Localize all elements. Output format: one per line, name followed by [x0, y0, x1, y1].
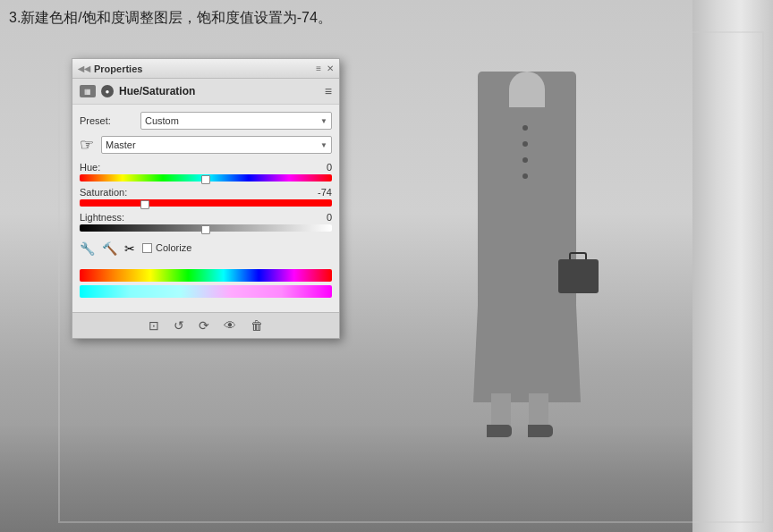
panel-close-icon[interactable]: ✕	[327, 63, 334, 73]
saturation-section: Saturation: -74	[80, 187, 332, 207]
properties-panel: ◀◀ Properties ≡ ✕ ▦ ● Hue/Saturation ≡ P…	[72, 58, 340, 339]
colorize-checkbox[interactable]	[142, 243, 152, 253]
clip-to-layer-icon[interactable]: ⊡	[149, 318, 159, 333]
preset-label: Preset:	[80, 115, 140, 126]
preset-value: Custom	[145, 115, 179, 126]
hue-section: Hue: 0	[80, 162, 332, 182]
hand-tool-icon[interactable]: ☞	[80, 135, 94, 155]
saturation-label: Saturation:	[80, 187, 127, 198]
colorize-label: Colorize	[156, 242, 191, 253]
lightness-label: Lightness:	[80, 212, 124, 223]
panel-titlebar: ◀◀ Properties ≡ ✕	[72, 59, 339, 79]
saturation-slider-thumb[interactable]	[140, 200, 149, 209]
previous-state-icon[interactable]: ↺	[174, 318, 184, 333]
hue-slider-thumb[interactable]	[201, 175, 210, 184]
channel-value: Master	[106, 139, 136, 150]
panel-header: ▦ ● Hue/Saturation ≡	[72, 79, 339, 105]
right-pillar	[692, 0, 773, 532]
instruction-text: 3.新建色相/饱和度调整图层，饱和度值设置为-74。	[9, 9, 332, 28]
circle-icon: ●	[101, 85, 114, 97]
eyedropper-sample-icon[interactable]: 🔧	[80, 241, 95, 256]
channel-dropdown[interactable]: Master ▼	[101, 136, 332, 154]
saturation-value: -74	[318, 187, 332, 198]
panel-footer: ⊡ ↺ ⟳ 👁 🗑	[72, 312, 339, 338]
lightness-header: Lightness: 0	[80, 212, 332, 223]
visibility-icon[interactable]: 👁	[224, 318, 236, 333]
briefcase	[558, 259, 599, 293]
eyedropper-row: 🔧 🔨 ✂ Colorize	[80, 237, 332, 260]
lightness-slider-thumb[interactable]	[201, 225, 210, 234]
preset-row: Preset: Custom ▼	[80, 112, 332, 130]
panel-menu-icon[interactable]: ≡	[316, 63, 321, 73]
adjustment-layer-icon: ▦	[80, 85, 96, 97]
delete-icon[interactable]: 🗑	[251, 318, 263, 333]
lightness-value: 0	[327, 212, 332, 223]
panel-title: Properties	[94, 63, 142, 74]
lightness-slider-track[interactable]	[80, 224, 332, 232]
titlebar-left: ◀◀ Properties	[78, 63, 142, 74]
suit-buttons	[522, 125, 531, 215]
channel-row: ☞ Master ▼	[80, 135, 332, 155]
briefcase-handle	[569, 252, 587, 259]
colorize-row: Colorize	[142, 242, 191, 253]
eyedropper-add-icon[interactable]: 🔨	[102, 241, 117, 256]
eyedropper-subtract-icon[interactable]: ✂	[124, 241, 135, 256]
panel-options-icon[interactable]: ≡	[325, 84, 332, 98]
saturation-slider-track[interactable]	[80, 199, 332, 207]
rainbow-color-bar	[80, 269, 332, 282]
preset-dropdown[interactable]: Custom ▼	[140, 112, 332, 130]
hue-slider-track[interactable]	[80, 174, 332, 182]
hue-value: 0	[327, 162, 332, 173]
collapse-icon[interactable]: ◀◀	[78, 64, 90, 73]
lightness-section: Lightness: 0	[80, 212, 332, 232]
hue-header: Hue: 0	[80, 162, 332, 173]
preset-dropdown-arrow: ▼	[320, 117, 327, 125]
titlebar-right: ≡ ✕	[316, 63, 334, 73]
saturation-header: Saturation: -74	[80, 187, 332, 198]
reset-icon[interactable]: ⟳	[199, 318, 209, 333]
panel-header-title: Hue/Saturation	[119, 85, 195, 97]
skirt	[473, 286, 581, 402]
panel-body: Preset: Custom ▼ ☞ Master ▼ Hue: 0	[72, 105, 339, 312]
figure-silhouette	[469, 72, 585, 411]
shoes	[487, 425, 553, 437]
output-color-bar	[80, 285, 332, 298]
color-bar-section	[80, 269, 332, 298]
hue-label: Hue:	[80, 162, 100, 173]
suit-collar	[509, 72, 545, 107]
channel-dropdown-arrow: ▼	[320, 141, 327, 149]
ground	[0, 425, 773, 532]
